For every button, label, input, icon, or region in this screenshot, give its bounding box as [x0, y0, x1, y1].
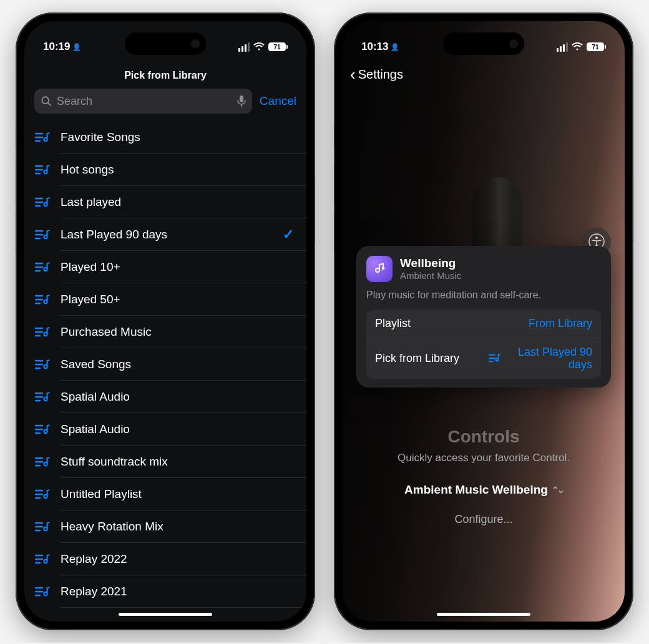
control-selector[interactable]: Ambient Music Wellbeing ⌃⌄ — [343, 483, 625, 497]
playlist-item[interactable]: Saved Songs — [24, 348, 306, 381]
battery-icon: 71 — [587, 42, 606, 51]
back-button[interactable]: ‹ Settings — [343, 59, 625, 84]
search-placeholder: Search — [57, 95, 232, 108]
cancel-button[interactable]: Cancel — [260, 94, 296, 108]
playlist-label: Spatial Audio — [61, 422, 294, 436]
popup-subtitle: Ambient Music — [400, 270, 461, 281]
playlist-item[interactable]: Last Played 90 days✓ — [24, 218, 306, 251]
controls-subtitle: Quickly access your favorite Control. — [343, 452, 625, 464]
playlist-icon — [34, 132, 51, 143]
wifi-icon — [253, 42, 265, 51]
playlist-label: Last played — [61, 195, 294, 209]
playlist-icon — [34, 521, 51, 532]
battery-icon: 71 — [268, 42, 288, 51]
search-input[interactable]: Search — [34, 89, 252, 114]
playlist-icon — [34, 261, 51, 273]
playlist-item[interactable]: Stuff soundtrack mix — [24, 446, 306, 478]
playlist-item[interactable]: Replay 2022 — [24, 543, 306, 575]
signal-icon — [238, 42, 250, 52]
wellbeing-app-icon — [366, 256, 393, 282]
mic-icon[interactable] — [237, 95, 246, 107]
playlist-icon — [34, 391, 51, 402]
screen-right: 10:13 👤 71 ‹ Settings — [343, 21, 625, 622]
volume-down-button — [16, 212, 16, 253]
dynamic-island — [443, 32, 524, 55]
playlist-label: Replay 2022 — [61, 552, 294, 566]
playlist-item[interactable]: Replay 2021 — [24, 575, 306, 608]
playlist-label: Stuff soundtrack mix — [61, 455, 294, 469]
chevron-left-icon: ‹ — [350, 65, 356, 84]
svg-point-0 — [42, 97, 49, 104]
playlist-setting-row[interactable]: Playlist From Library — [366, 310, 601, 338]
volume-up-button — [16, 162, 16, 203]
playlist-icon — [489, 353, 501, 363]
side-button — [334, 125, 334, 147]
power-button — [315, 175, 315, 243]
playlist-item[interactable]: Played 10+ — [24, 251, 306, 283]
playlist-icon — [34, 326, 51, 338]
playlist-label: Played 10+ — [61, 260, 294, 274]
page-title: Pick from Library — [24, 59, 306, 89]
svg-line-1 — [48, 103, 51, 105]
configure-button[interactable]: Configure... — [343, 513, 625, 526]
playlist-label: Hot songs — [61, 163, 294, 177]
playlist-item[interactable]: Untitled Playlist — [24, 478, 306, 510]
profile-icon: 👤 — [72, 43, 81, 51]
playlist-item[interactable]: Spatial Audio — [24, 381, 306, 413]
playlist-list: Favorite SongsHot songsLast playedLast P… — [24, 119, 306, 608]
home-indicator[interactable] — [119, 613, 212, 616]
playlist-icon — [34, 489, 51, 500]
svg-point-50 — [382, 267, 385, 270]
svg-point-49 — [595, 237, 598, 239]
row-label: Playlist — [375, 317, 411, 330]
volume-up-button — [334, 162, 334, 203]
row-label: Pick from Library — [375, 352, 459, 365]
chevron-updown-icon: ⌃⌄ — [552, 485, 563, 495]
signal-icon — [557, 42, 568, 52]
playlist-icon — [34, 456, 51, 467]
check-icon: ✓ — [283, 227, 294, 243]
playlist-icon — [34, 586, 51, 597]
playlist-item[interactable]: Spatial Audio — [24, 413, 306, 446]
volume-down-button — [334, 212, 334, 253]
playlist-icon — [34, 424, 51, 435]
pick-from-library-row[interactable]: Pick from Library Last Played 90 days — [366, 338, 601, 379]
playlist-icon — [34, 554, 51, 565]
playlist-item[interactable]: Last played — [24, 186, 306, 218]
playlist-icon — [34, 229, 51, 240]
back-label: Settings — [358, 67, 403, 82]
wifi-icon — [572, 42, 583, 51]
status-time: 10:19 — [43, 41, 70, 53]
playlist-label: Untitled Playlist — [61, 487, 294, 501]
playlist-item[interactable]: Purchased Music — [24, 316, 306, 348]
playlist-label: Heavy Rotation Mix — [61, 520, 294, 534]
svg-rect-2 — [240, 95, 243, 102]
playlist-label: Saved Songs — [61, 358, 294, 371]
playlist-item[interactable]: Favorite Songs — [24, 121, 306, 154]
row-value: From Library — [529, 317, 592, 330]
playlist-icon — [34, 164, 51, 175]
popup-title: Wellbeing — [400, 257, 461, 270]
profile-icon: 👤 — [391, 43, 399, 51]
phone-right: 10:13 👤 71 ‹ Settings — [334, 12, 633, 630]
playlist-icon — [34, 197, 51, 208]
playlist-item[interactable]: Hot songs — [24, 154, 306, 186]
power-button — [633, 175, 633, 243]
playlist-icon — [34, 294, 51, 305]
screen-left: 10:19 👤 71 Pick from Library Sear — [24, 21, 306, 622]
control-config-popup: Wellbeing Ambient Music Play music for m… — [356, 246, 611, 388]
playlist-item[interactable]: Heavy Rotation Mix — [24, 510, 306, 543]
playlist-label: Purchased Music — [61, 325, 294, 339]
playlist-label: Replay 2021 — [61, 585, 294, 598]
dynamic-island — [125, 32, 206, 55]
playlist-item[interactable]: Played 50+ — [24, 283, 306, 316]
status-time: 10:13 — [361, 41, 388, 53]
row-value: Last Played 90 days — [505, 346, 592, 371]
search-icon — [41, 95, 52, 107]
controls-heading: Controls — [343, 427, 625, 447]
phone-left: 10:19 👤 71 Pick from Library Sear — [16, 12, 315, 630]
playlist-label: Favorite Songs — [61, 130, 294, 144]
playlist-icon — [34, 359, 51, 370]
popup-description: Play music for meditation and self-care. — [366, 290, 601, 301]
playlist-label: Played 50+ — [61, 293, 294, 306]
